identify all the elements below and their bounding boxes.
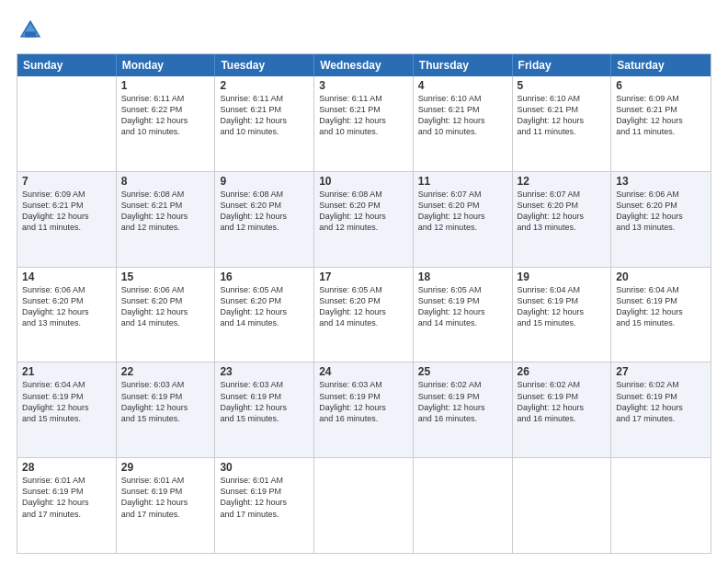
calendar-week-1: 1Sunrise: 6:11 AM Sunset: 6:22 PM Daylig…: [17, 76, 711, 172]
day-number: 6: [616, 79, 706, 92]
header-day-friday: Friday: [513, 54, 612, 76]
day-number: 10: [319, 175, 408, 188]
day-number: 14: [22, 270, 111, 283]
day-number: 8: [121, 175, 210, 188]
day-number: 29: [121, 461, 210, 474]
day-info: Sunrise: 6:04 AM Sunset: 6:19 PM Dayligh…: [616, 284, 706, 329]
day-info: Sunrise: 6:04 AM Sunset: 6:19 PM Dayligh…: [518, 284, 607, 329]
calendar-day-13: 13Sunrise: 6:06 AM Sunset: 6:20 PM Dayli…: [611, 172, 711, 267]
day-info: Sunrise: 6:05 AM Sunset: 6:19 PM Dayligh…: [418, 284, 507, 329]
day-number: 27: [616, 365, 706, 378]
calendar-empty: [513, 458, 612, 553]
day-number: 28: [22, 461, 111, 474]
day-info: Sunrise: 6:07 AM Sunset: 6:20 PM Dayligh…: [418, 189, 507, 234]
calendar-header: SundayMondayTuesdayWednesdayThursdayFrid…: [17, 54, 711, 76]
header-day-sunday: Sunday: [17, 54, 117, 76]
calendar-day-25: 25Sunrise: 6:02 AM Sunset: 6:19 PM Dayli…: [414, 362, 513, 457]
calendar-day-4: 4Sunrise: 6:10 AM Sunset: 6:21 PM Daylig…: [414, 76, 513, 171]
day-number: 26: [518, 365, 607, 378]
header: [17, 17, 711, 44]
day-number: 11: [418, 175, 507, 188]
calendar-day-21: 21Sunrise: 6:04 AM Sunset: 6:19 PM Dayli…: [17, 362, 117, 457]
calendar-day-18: 18Sunrise: 6:05 AM Sunset: 6:19 PM Dayli…: [414, 268, 513, 362]
calendar-day-9: 9Sunrise: 6:08 AM Sunset: 6:20 PM Daylig…: [215, 172, 314, 267]
day-info: Sunrise: 6:06 AM Sunset: 6:20 PM Dayligh…: [22, 284, 111, 329]
header-day-monday: Monday: [117, 54, 216, 76]
day-number: 7: [22, 175, 111, 188]
calendar-day-23: 23Sunrise: 6:03 AM Sunset: 6:19 PM Dayli…: [215, 362, 314, 457]
calendar-week-5: 28Sunrise: 6:01 AM Sunset: 6:19 PM Dayli…: [17, 458, 711, 553]
day-number: 17: [319, 270, 408, 283]
calendar-day-15: 15Sunrise: 6:06 AM Sunset: 6:20 PM Dayli…: [117, 268, 216, 362]
calendar-day-30: 30Sunrise: 6:01 AM Sunset: 6:19 PM Dayli…: [215, 458, 314, 553]
day-number: 4: [418, 79, 507, 92]
day-number: 18: [418, 270, 507, 283]
calendar-day-26: 26Sunrise: 6:02 AM Sunset: 6:19 PM Dayli…: [513, 362, 612, 457]
day-number: 15: [121, 270, 210, 283]
calendar-day-20: 20Sunrise: 6:04 AM Sunset: 6:19 PM Dayli…: [611, 268, 711, 362]
day-info: Sunrise: 6:11 AM Sunset: 6:22 PM Dayligh…: [121, 93, 210, 138]
calendar-day-29: 29Sunrise: 6:01 AM Sunset: 6:19 PM Dayli…: [117, 458, 216, 553]
calendar-day-12: 12Sunrise: 6:07 AM Sunset: 6:20 PM Dayli…: [513, 172, 612, 267]
day-number: 24: [319, 365, 408, 378]
day-info: Sunrise: 6:02 AM Sunset: 6:19 PM Dayligh…: [418, 379, 507, 424]
day-info: Sunrise: 6:11 AM Sunset: 6:21 PM Dayligh…: [220, 93, 309, 138]
calendar-day-28: 28Sunrise: 6:01 AM Sunset: 6:19 PM Dayli…: [17, 458, 117, 553]
day-info: Sunrise: 6:01 AM Sunset: 6:19 PM Dayligh…: [220, 475, 309, 520]
calendar-day-3: 3Sunrise: 6:11 AM Sunset: 6:21 PM Daylig…: [314, 76, 414, 171]
day-info: Sunrise: 6:08 AM Sunset: 6:21 PM Dayligh…: [121, 189, 210, 234]
day-number: 5: [518, 79, 607, 92]
day-info: Sunrise: 6:06 AM Sunset: 6:20 PM Dayligh…: [616, 189, 706, 234]
day-number: 19: [518, 270, 607, 283]
day-number: 13: [616, 175, 706, 188]
day-info: Sunrise: 6:01 AM Sunset: 6:19 PM Dayligh…: [121, 475, 210, 520]
header-day-wednesday: Wednesday: [314, 54, 414, 76]
day-info: Sunrise: 6:11 AM Sunset: 6:21 PM Dayligh…: [319, 93, 408, 138]
day-number: 16: [220, 270, 309, 283]
calendar-empty: [611, 458, 711, 553]
day-number: 12: [518, 175, 607, 188]
day-info: Sunrise: 6:10 AM Sunset: 6:21 PM Dayligh…: [418, 93, 507, 138]
calendar-empty: [17, 76, 117, 171]
day-number: 2: [220, 79, 309, 92]
day-info: Sunrise: 6:03 AM Sunset: 6:19 PM Dayligh…: [121, 379, 210, 424]
calendar-day-7: 7Sunrise: 6:09 AM Sunset: 6:21 PM Daylig…: [17, 172, 117, 267]
calendar-day-17: 17Sunrise: 6:05 AM Sunset: 6:20 PM Dayli…: [314, 268, 414, 362]
day-info: Sunrise: 6:03 AM Sunset: 6:19 PM Dayligh…: [319, 379, 408, 424]
calendar-week-3: 14Sunrise: 6:06 AM Sunset: 6:20 PM Dayli…: [17, 268, 711, 363]
page: SundayMondayTuesdayWednesdayThursdayFrid…: [0, 0, 728, 563]
day-info: Sunrise: 6:02 AM Sunset: 6:19 PM Dayligh…: [616, 379, 706, 424]
calendar-day-14: 14Sunrise: 6:06 AM Sunset: 6:20 PM Dayli…: [17, 268, 117, 362]
calendar-day-6: 6Sunrise: 6:09 AM Sunset: 6:21 PM Daylig…: [611, 76, 711, 171]
calendar-day-5: 5Sunrise: 6:10 AM Sunset: 6:21 PM Daylig…: [513, 76, 612, 171]
day-info: Sunrise: 6:05 AM Sunset: 6:20 PM Dayligh…: [319, 284, 408, 329]
day-info: Sunrise: 6:01 AM Sunset: 6:19 PM Dayligh…: [22, 475, 111, 520]
day-number: 3: [319, 79, 408, 92]
day-info: Sunrise: 6:08 AM Sunset: 6:20 PM Dayligh…: [220, 189, 309, 234]
day-info: Sunrise: 6:09 AM Sunset: 6:21 PM Dayligh…: [22, 189, 111, 234]
calendar-day-16: 16Sunrise: 6:05 AM Sunset: 6:20 PM Dayli…: [215, 268, 314, 362]
calendar-day-19: 19Sunrise: 6:04 AM Sunset: 6:19 PM Dayli…: [513, 268, 612, 362]
day-info: Sunrise: 6:03 AM Sunset: 6:19 PM Dayligh…: [220, 379, 309, 424]
calendar-day-11: 11Sunrise: 6:07 AM Sunset: 6:20 PM Dayli…: [414, 172, 513, 267]
day-info: Sunrise: 6:08 AM Sunset: 6:20 PM Dayligh…: [319, 189, 408, 234]
day-number: 20: [616, 270, 706, 283]
calendar-day-27: 27Sunrise: 6:02 AM Sunset: 6:19 PM Dayli…: [611, 362, 711, 457]
calendar-day-10: 10Sunrise: 6:08 AM Sunset: 6:20 PM Dayli…: [314, 172, 414, 267]
day-info: Sunrise: 6:10 AM Sunset: 6:21 PM Dayligh…: [518, 93, 607, 138]
day-number: 25: [418, 365, 507, 378]
header-day-saturday: Saturday: [611, 54, 711, 76]
day-number: 21: [22, 365, 111, 378]
day-info: Sunrise: 6:02 AM Sunset: 6:19 PM Dayligh…: [518, 379, 607, 424]
calendar-day-24: 24Sunrise: 6:03 AM Sunset: 6:19 PM Dayli…: [314, 362, 414, 457]
day-number: 9: [220, 175, 309, 188]
day-number: 1: [121, 79, 210, 92]
calendar-empty: [414, 458, 513, 553]
calendar: SundayMondayTuesdayWednesdayThursdayFrid…: [17, 53, 711, 554]
day-number: 22: [121, 365, 210, 378]
day-info: Sunrise: 6:07 AM Sunset: 6:20 PM Dayligh…: [518, 189, 607, 234]
header-day-thursday: Thursday: [414, 54, 513, 76]
calendar-day-22: 22Sunrise: 6:03 AM Sunset: 6:19 PM Dayli…: [117, 362, 216, 457]
calendar-body: 1Sunrise: 6:11 AM Sunset: 6:22 PM Daylig…: [17, 76, 711, 553]
day-info: Sunrise: 6:04 AM Sunset: 6:19 PM Dayligh…: [22, 379, 111, 424]
